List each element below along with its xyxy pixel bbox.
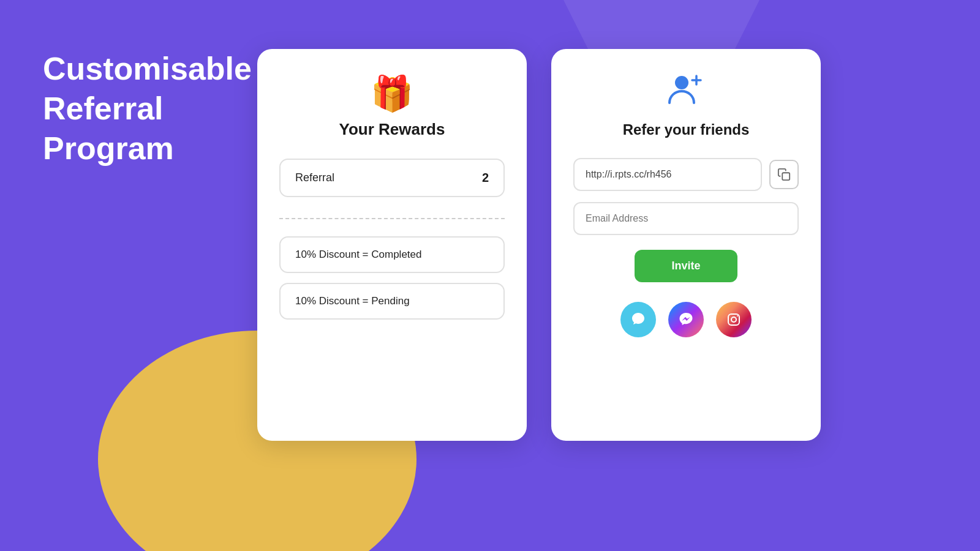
social-icons <box>620 302 752 337</box>
refer-friends-icon <box>668 73 704 111</box>
reward-item-completed: 10% Discount = Completed <box>279 236 505 273</box>
instagram-icon[interactable] <box>716 302 752 337</box>
rewards-title: Your Rewards <box>339 120 445 139</box>
svg-point-6 <box>737 315 738 317</box>
copy-link-button[interactable] <box>769 160 799 189</box>
invite-button[interactable]: Invite <box>635 250 737 282</box>
referral-box: Referral 2 <box>279 159 505 197</box>
cards-container: 🎁 Your Rewards Referral 2 10% Discount =… <box>257 49 821 441</box>
link-row <box>573 158 799 191</box>
reward-item-pending: 10% Discount = Pending <box>279 283 505 320</box>
chat-icon[interactable] <box>620 302 656 337</box>
svg-rect-3 <box>782 173 790 180</box>
referral-count: 2 <box>482 171 489 185</box>
hero-title: Customisable Referral Program <box>43 49 252 168</box>
email-input[interactable] <box>573 202 799 235</box>
refer-card: Refer your friends Invite <box>551 49 821 441</box>
messenger-icon[interactable] <box>668 302 704 337</box>
rewards-card: 🎁 Your Rewards Referral 2 10% Discount =… <box>257 49 527 441</box>
divider <box>279 218 505 219</box>
svg-point-0 <box>675 76 688 89</box>
svg-point-5 <box>731 317 736 322</box>
referral-link-input[interactable] <box>573 158 762 191</box>
refer-title: Refer your friends <box>623 121 750 138</box>
gift-icon: 🎁 <box>371 73 413 114</box>
referral-label: Referral <box>295 171 334 184</box>
